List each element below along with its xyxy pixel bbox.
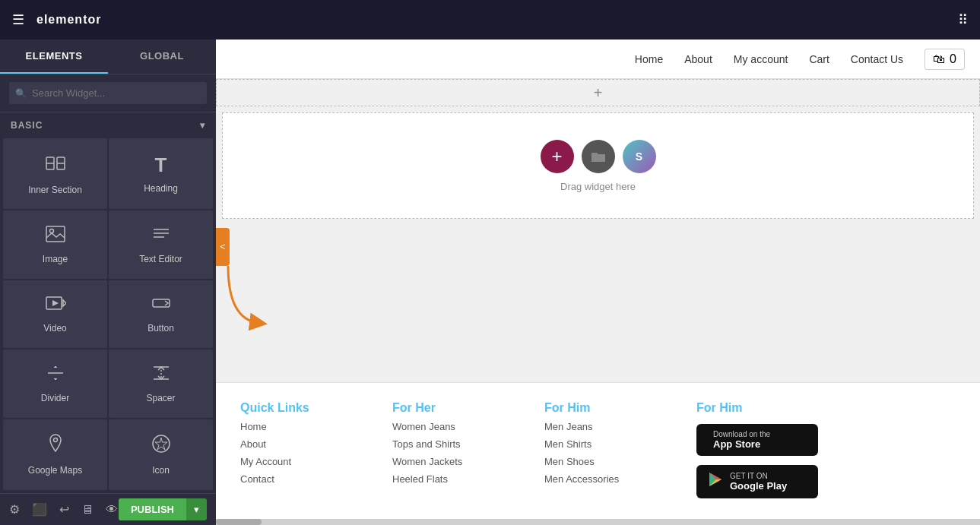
footer-link-men-accessories[interactable]: Men Accessories — [544, 473, 666, 485]
hamburger-icon[interactable]: ☰ — [12, 11, 24, 28]
sidebar-tabs: ELEMENTS GLOBAL — [0, 40, 216, 74]
inner-section-icon — [45, 153, 66, 179]
text-editor-icon — [151, 225, 172, 248]
nav-link-myaccount[interactable]: My account — [734, 53, 788, 65]
eye-icon[interactable]: 👁 — [106, 503, 118, 517]
widget-text-editor[interactable]: Text Editor — [109, 210, 213, 278]
widget-label-button: Button — [147, 323, 174, 334]
tab-global[interactable]: GLOBAL — [108, 40, 216, 74]
svg-point-17 — [53, 438, 57, 442]
drop-icons: + S — [541, 140, 656, 173]
footer-link-about[interactable]: About — [240, 438, 362, 450]
footer-link-women-jackets[interactable]: Women Jackets — [392, 456, 514, 467]
cart-count: 0 — [950, 52, 956, 66]
app-store-small-text: Download on the — [713, 430, 770, 438]
widget-image[interactable]: Image — [3, 210, 107, 278]
app-store-big-text: App Store — [713, 438, 770, 450]
layers-icon[interactable]: ⬛ — [32, 502, 47, 517]
publish-arrow-button[interactable]: ▾ — [186, 498, 207, 520]
svg-marker-11 — [52, 300, 59, 306]
cart-icon-wrap[interactable]: 🛍 0 — [924, 49, 965, 70]
footer-col-for-her: For Her Women Jeans Tops and Shirts Wome… — [392, 401, 514, 507]
elementor-plugin-icon[interactable]: S — [623, 140, 656, 173]
svg-rect-12 — [153, 299, 170, 307]
footer-link-home[interactable]: Home — [240, 421, 362, 432]
nav-link-home[interactable]: Home — [635, 53, 663, 65]
search-bar — [0, 74, 216, 112]
top-bar: ☰ elementor ⠿ — [0, 0, 980, 40]
widget-inner-section[interactable]: Inner Section — [3, 138, 107, 209]
add-section-bar[interactable]: + — [216, 79, 980, 106]
google-play-button[interactable]: GET IT ON Google Play — [696, 465, 818, 498]
canvas-spacer — [216, 225, 980, 382]
nav-link-about[interactable]: About — [684, 53, 712, 65]
google-play-small-text: GET IT ON — [730, 472, 787, 480]
footer-link-men-jeans[interactable]: Men Jeans — [544, 421, 666, 432]
widget-label-video: Video — [43, 323, 66, 334]
widget-label-divider: Divider — [41, 393, 69, 403]
bottom-bar: ⚙ ⬛ ↩ 🖥 👁 PUBLISH ▾ — [0, 493, 216, 525]
widget-label-spacer: Spacer — [146, 393, 175, 403]
search-input[interactable] — [9, 82, 207, 104]
settings-icon[interactable]: ⚙ — [9, 502, 20, 517]
widget-google-maps[interactable]: Google Maps — [3, 419, 107, 490]
widget-icon[interactable]: Icon — [109, 419, 213, 490]
nav-link-cart[interactable]: Cart — [809, 53, 829, 65]
search-wrap — [9, 82, 207, 104]
svg-point-5 — [49, 229, 53, 233]
widget-video[interactable]: Video — [3, 280, 107, 348]
widgets-grid: Inner Section T Heading Image — [0, 135, 216, 493]
nav-links: Home About My account Cart Contact Us 🛍 … — [635, 49, 965, 70]
grid-icon[interactable]: ⠿ — [958, 11, 968, 28]
tab-elements[interactable]: ELEMENTS — [0, 40, 108, 74]
scrollbar-thumb[interactable] — [216, 519, 262, 525]
footer-col-quick-links: Quick Links Home About My Account Contac… — [240, 401, 362, 507]
icon-widget-icon — [151, 433, 172, 459]
app-store-button[interactable]: Download on the App Store — [696, 424, 818, 456]
section-basic-label: BASIC ▾ — [0, 112, 216, 135]
google-play-icon — [707, 471, 724, 492]
widget-label-inner-section: Inner Section — [28, 185, 82, 195]
footer-col-app: For Him Download on the App Store — [696, 401, 818, 507]
svg-marker-10 — [63, 300, 66, 306]
undo-icon[interactable]: ↩ — [59, 502, 69, 517]
svg-rect-4 — [46, 226, 65, 242]
top-bar-left: ☰ elementor — [12, 11, 101, 28]
widget-spacer[interactable]: Spacer — [109, 349, 213, 417]
footer-link-men-shoes[interactable]: Men Shoes — [544, 456, 666, 467]
video-icon — [45, 294, 66, 317]
desktop-icon[interactable]: 🖥 — [81, 503, 94, 517]
publish-button[interactable]: PUBLISH — [119, 498, 186, 520]
footer-link-men-shirts[interactable]: Men Shirts — [544, 438, 666, 450]
bottom-bar-left: ⚙ ⬛ ↩ 🖥 👁 — [9, 502, 118, 517]
folder-icon[interactable] — [582, 140, 615, 173]
horizontal-scrollbar[interactable] — [216, 519, 980, 525]
footer-link-tops-shirts[interactable]: Tops and Shirts — [392, 438, 514, 450]
footer-link-myaccount[interactable]: My Account — [240, 456, 362, 467]
widget-label-image: Image — [43, 254, 68, 264]
widget-label-heading: Heading — [144, 183, 178, 194]
widget-label-google-maps: Google Maps — [28, 465, 82, 476]
main-layout: ELEMENTS GLOBAL BASIC ▾ — [0, 40, 980, 525]
footer-link-heeled-flats[interactable]: Heeled Flats — [392, 473, 514, 485]
footer-link-women-jeans[interactable]: Women Jeans — [392, 421, 514, 432]
app-store-text: Download on the App Store — [713, 430, 770, 450]
widget-divider[interactable]: Divider — [3, 349, 107, 417]
chevron-down-icon[interactable]: ▾ — [200, 120, 205, 131]
footer-link-contact[interactable]: Contact — [240, 473, 362, 485]
widget-label-icon: Icon — [152, 465, 170, 476]
widget-heading[interactable]: T Heading — [109, 138, 213, 209]
footer-heading-app: For Him — [696, 401, 818, 415]
collapse-panel-handle[interactable]: < — [216, 228, 230, 266]
canvas-area: Home About My account Cart Contact Us 🛍 … — [216, 40, 980, 525]
nav-link-contact[interactable]: Contact Us — [851, 53, 903, 65]
widget-button[interactable]: Button — [109, 280, 213, 348]
google-maps-icon — [46, 433, 65, 459]
divider-icon — [45, 364, 66, 387]
collapse-chevron-icon: < — [220, 242, 225, 252]
drop-area: + S Drag widget here — [222, 112, 974, 219]
spacer-icon — [151, 364, 172, 387]
footer-area: Quick Links Home About My Account Contac… — [216, 382, 980, 519]
widget-label-text-editor: Text Editor — [139, 254, 182, 264]
add-widget-icon[interactable]: + — [541, 140, 574, 173]
